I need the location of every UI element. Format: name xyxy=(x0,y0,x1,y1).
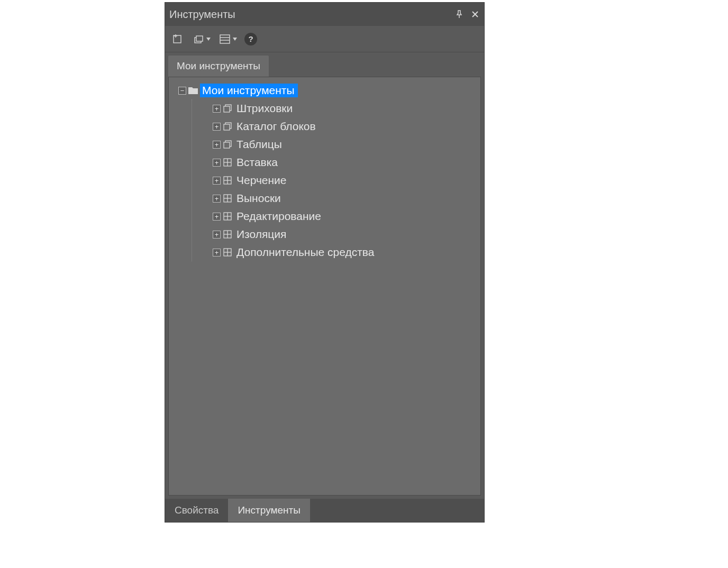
new-palette-button[interactable] xyxy=(170,32,184,46)
grid-icon xyxy=(222,194,233,203)
top-tab-row: Мои инструменты xyxy=(165,52,484,77)
tree-node[interactable]: +Редактирование xyxy=(211,207,480,225)
tree-node[interactable]: +Дополнительные средства xyxy=(211,243,480,261)
stack-icon xyxy=(222,140,233,149)
chevron-down-icon xyxy=(233,38,237,41)
expand-icon[interactable]: + xyxy=(213,177,221,185)
tree-node-label[interactable]: Таблицы xyxy=(234,138,285,151)
tree-node[interactable]: +Вставка xyxy=(211,153,480,171)
help-button[interactable]: ? xyxy=(244,33,257,45)
svg-rect-16 xyxy=(224,142,230,148)
svg-rect-8 xyxy=(220,35,230,43)
tree-node[interactable]: +Таблицы xyxy=(211,135,480,153)
grid-icon xyxy=(222,230,233,239)
tree-root-label[interactable]: Мои инструменты xyxy=(200,84,298,97)
close-icon[interactable] xyxy=(470,10,480,19)
bottom-tab-tools[interactable]: Инструменты xyxy=(228,499,310,522)
panel-title: Инструменты xyxy=(169,8,454,21)
tree-node-label[interactable]: Дополнительные средства xyxy=(234,245,377,259)
expand-icon[interactable]: + xyxy=(213,159,221,167)
expand-icon[interactable]: + xyxy=(213,213,221,221)
bottom-tab-properties[interactable]: Свойства xyxy=(165,499,228,522)
bottom-tab-bar: Свойства Инструменты xyxy=(165,499,484,522)
tree-node-label[interactable]: Черчение xyxy=(234,173,290,187)
toolbar: ? xyxy=(165,26,484,52)
expand-icon[interactable]: + xyxy=(213,123,221,131)
tree-root-node[interactable]: − Мои инструменты xyxy=(178,81,480,99)
view-mode-dropdown[interactable] xyxy=(192,32,211,46)
tree-node[interactable]: +Штриховки xyxy=(211,99,480,117)
list-mode-dropdown[interactable] xyxy=(218,32,237,46)
stack-icon xyxy=(222,104,233,113)
folder-icon xyxy=(188,86,198,95)
grid-icon xyxy=(222,248,233,257)
tree-node-label[interactable]: Вставка xyxy=(234,155,281,169)
grid-icon xyxy=(222,158,233,167)
expand-icon[interactable]: + xyxy=(213,105,221,113)
panel-titlebar: Инструменты xyxy=(165,3,484,26)
chevron-down-icon xyxy=(206,38,211,41)
tab-my-tools[interactable]: Мои инструменты xyxy=(168,56,269,77)
grid-icon xyxy=(222,212,233,221)
tree-node[interactable]: +Черчение xyxy=(211,171,480,189)
expand-icon[interactable]: + xyxy=(213,249,221,256)
expand-icon[interactable]: + xyxy=(213,231,221,239)
tree-node[interactable]: +Выноски xyxy=(211,189,480,207)
svg-rect-3 xyxy=(174,35,181,43)
collapse-icon[interactable]: − xyxy=(178,87,186,95)
grid-icon xyxy=(222,176,233,185)
expand-icon[interactable]: + xyxy=(213,195,221,203)
svg-rect-12 xyxy=(224,106,230,112)
tree-node-label[interactable]: Выноски xyxy=(234,191,284,205)
expand-icon[interactable]: + xyxy=(213,141,221,149)
svg-rect-14 xyxy=(224,124,230,130)
tree-node-label[interactable]: Штриховки xyxy=(234,102,296,115)
tree-node-label[interactable]: Каталог блоков xyxy=(234,120,319,133)
stack-icon xyxy=(222,122,233,131)
tree-view[interactable]: − Мои инструменты +Штриховки+Каталог бло… xyxy=(168,77,481,496)
tree-node[interactable]: +Каталог блоков xyxy=(211,117,480,135)
svg-rect-7 xyxy=(196,36,203,41)
tree-node[interactable]: +Изоляция xyxy=(211,225,480,243)
tools-panel: Инструменты xyxy=(165,2,485,523)
tree-node-label[interactable]: Изоляция xyxy=(234,227,289,241)
pin-icon[interactable] xyxy=(454,10,464,19)
tree-node-label[interactable]: Редактирование xyxy=(234,209,324,223)
